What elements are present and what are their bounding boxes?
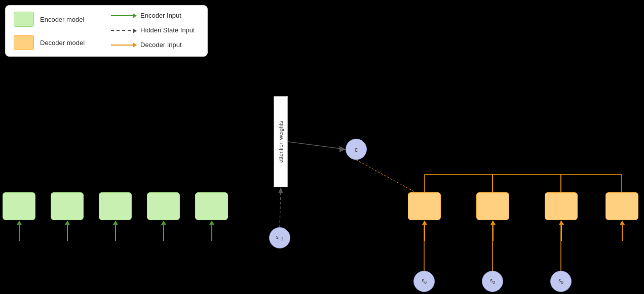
svg-marker-3 <box>339 146 346 152</box>
svg-line-0 <box>280 187 281 227</box>
encoder-input-arrow <box>111 15 136 16</box>
decoder-model-swatch <box>14 35 34 50</box>
orange-arrow-3 <box>561 221 562 241</box>
decoder-input-label: Decoder Input <box>140 41 182 49</box>
s0-1-label: s0 <box>422 278 427 285</box>
decoder-box-1 <box>408 192 441 220</box>
orange-arrow-1 <box>424 221 425 241</box>
encoder-box-5 <box>195 192 228 220</box>
svg-line-4 <box>356 160 415 192</box>
s0-2-label: s0 <box>490 278 495 285</box>
c-node: c <box>346 139 367 160</box>
s-i1-node: si-1 <box>269 227 290 248</box>
c-label: c <box>355 146 358 153</box>
decoder-box-4 <box>605 192 638 220</box>
attention-weights-label: attention weights <box>278 121 284 163</box>
decoder-model-label: Decoder model <box>40 39 96 47</box>
legend: Encoder model Decoder model Encoder Inpu… <box>5 5 208 57</box>
s0-node-2: s0 <box>482 271 503 292</box>
encoder-box-3 <box>99 192 132 220</box>
hidden-state-arrow <box>111 30 136 31</box>
svg-marker-1 <box>278 187 283 193</box>
encoder-box-2 <box>51 192 84 220</box>
encoder-model-label: Encoder model <box>40 16 96 23</box>
s0-node-1: s0 <box>413 271 435 292</box>
decoder-input-arrow <box>111 45 136 46</box>
green-arrow-3 <box>115 221 116 241</box>
green-arrow-1 <box>19 221 20 241</box>
encoder-model-swatch <box>14 12 34 27</box>
encoder-input-label: Encoder Input <box>140 12 181 19</box>
orange-arrow-2 <box>493 221 494 241</box>
s0-3-label: s0 <box>558 278 563 285</box>
orange-arrow-4 <box>622 221 623 241</box>
decoder-box-3 <box>545 192 578 220</box>
encoder-box-4 <box>147 192 180 220</box>
green-arrow-5 <box>211 221 212 241</box>
encoder-box-1 <box>3 192 35 220</box>
s-i1-label: si-1 <box>276 234 283 241</box>
s0-node-3: s0 <box>550 271 572 292</box>
hidden-state-label: Hidden State Input <box>140 26 195 34</box>
green-arrow-4 <box>163 221 164 241</box>
attention-weights-box: attention weights <box>274 96 288 187</box>
green-arrow-2 <box>67 221 68 241</box>
decoder-box-2 <box>476 192 509 220</box>
svg-line-2 <box>288 142 346 149</box>
